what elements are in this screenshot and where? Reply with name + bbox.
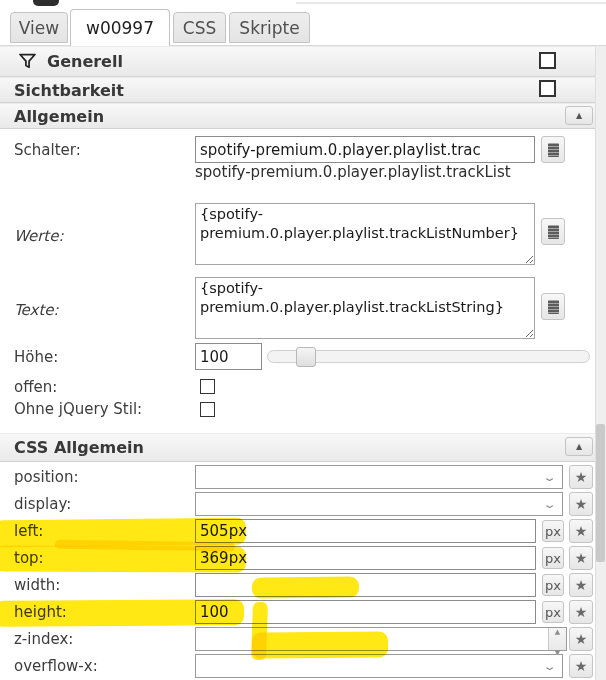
texte-object-picker-button[interactable] bbox=[541, 293, 565, 320]
tab-css[interactable]: CSS bbox=[173, 12, 226, 43]
position-favorite-button[interactable] bbox=[569, 465, 593, 489]
section-header-sichtbarkeit[interactable]: Sichtbarkeit bbox=[0, 77, 595, 103]
schalter-object-picker-button[interactable] bbox=[541, 136, 565, 163]
hoehe-input[interactable] bbox=[195, 343, 262, 370]
scrollbar-track[interactable] bbox=[595, 46, 606, 680]
width-unit-button[interactable]: px bbox=[542, 574, 564, 596]
hoehe-slider-handle[interactable] bbox=[296, 347, 316, 367]
width-input[interactable] bbox=[195, 573, 536, 597]
tab-skripte[interactable]: Skripte bbox=[229, 12, 310, 43]
top-favorite-button[interactable] bbox=[569, 546, 593, 570]
collapse-css-allgemein-button[interactable] bbox=[565, 437, 593, 456]
tab-css-label: CSS bbox=[183, 18, 216, 38]
texte-textarea[interactable]: {spotify-premium.0.player.playlist.track… bbox=[195, 277, 535, 339]
left-favorite-button[interactable] bbox=[569, 519, 593, 543]
scrollbar-thumb[interactable] bbox=[596, 424, 605, 562]
height-favorite-button[interactable] bbox=[569, 600, 593, 624]
tab-w00997[interactable]: w00997 bbox=[70, 9, 170, 46]
offen-checkbox[interactable] bbox=[200, 379, 215, 394]
chevron-down-icon: ⌄ bbox=[542, 499, 557, 510]
px-unit-label: px bbox=[545, 605, 561, 620]
tab-w00997-label: w00997 bbox=[86, 18, 154, 38]
tab-skripte-label: Skripte bbox=[239, 18, 299, 38]
position-label: position: bbox=[14, 468, 78, 486]
chevron-down-icon: ⌄ bbox=[542, 472, 557, 483]
overflow-x-favorite-button[interactable] bbox=[569, 654, 593, 678]
section-title-sichtbarkeit: Sichtbarkeit bbox=[14, 81, 124, 100]
top-label: top: bbox=[14, 549, 44, 567]
overflow-x-select[interactable]: ⌄ bbox=[195, 654, 563, 678]
werte-label: Werte: bbox=[14, 227, 64, 245]
height-input[interactable] bbox=[195, 600, 536, 624]
object-list-icon bbox=[548, 143, 559, 157]
px-unit-label: px bbox=[545, 524, 561, 539]
px-unit-label: px bbox=[545, 578, 561, 593]
section-title-generell: Generell bbox=[47, 52, 123, 71]
texte-label: Texte: bbox=[14, 301, 59, 319]
properties-panel: View w00997 CSS Skripte Generell Sichtba… bbox=[0, 0, 606, 680]
px-unit-label: px bbox=[545, 551, 561, 566]
tab-view[interactable]: View bbox=[10, 12, 68, 43]
cropped-icon-fragment bbox=[33, 0, 59, 6]
z-index-input[interactable] bbox=[196, 628, 548, 650]
stepper-up-icon[interactable] bbox=[555, 619, 560, 638]
left-input[interactable] bbox=[195, 519, 536, 543]
hoehe-slider[interactable] bbox=[267, 350, 590, 363]
schalter-helper-text: spotify-premium.0.player.playlist.trackL… bbox=[195, 163, 535, 182]
hoehe-label: Höhe: bbox=[14, 348, 58, 366]
z-index-stepper[interactable] bbox=[548, 628, 566, 650]
section-header-css-allgemein[interactable]: CSS Allgemein bbox=[0, 433, 595, 462]
ohne-jquery-checkbox[interactable] bbox=[200, 402, 215, 417]
sichtbarkeit-checkbox[interactable] bbox=[539, 80, 556, 97]
width-favorite-button[interactable] bbox=[569, 573, 593, 597]
display-label: display: bbox=[14, 495, 71, 513]
offen-label: offen: bbox=[14, 378, 57, 396]
top-unit-button[interactable]: px bbox=[542, 547, 564, 569]
z-index-spinner-field bbox=[195, 627, 567, 651]
top-divider bbox=[296, 2, 606, 4]
section-header-allgemein[interactable]: Allgemein bbox=[0, 103, 595, 129]
position-select[interactable]: ⌄ bbox=[195, 465, 563, 489]
collapse-allgemein-button[interactable] bbox=[565, 106, 593, 125]
top-input[interactable] bbox=[195, 546, 536, 570]
filter-icon bbox=[17, 51, 38, 72]
object-list-icon bbox=[548, 225, 559, 239]
tab-view-label: View bbox=[19, 18, 59, 38]
generell-checkbox[interactable] bbox=[539, 52, 556, 69]
section-header-generell[interactable]: Generell bbox=[0, 46, 595, 77]
chevron-down-icon: ⌄ bbox=[542, 661, 557, 672]
height-unit-button[interactable]: px bbox=[542, 601, 564, 623]
schalter-label: Schalter: bbox=[14, 141, 81, 159]
section-title-allgemein: Allgemein bbox=[14, 107, 104, 126]
width-label: width: bbox=[14, 576, 60, 594]
overflow-x-label: overflow-x: bbox=[14, 657, 98, 675]
ohne-jquery-label: Ohne jQuery Stil: bbox=[14, 400, 142, 418]
display-favorite-button[interactable] bbox=[569, 492, 593, 516]
section-title-css-allgemein: CSS Allgemein bbox=[14, 438, 144, 457]
schalter-input[interactable] bbox=[195, 136, 535, 163]
z-index-label: z-index: bbox=[14, 630, 73, 648]
left-label: left: bbox=[14, 522, 43, 540]
display-select[interactable]: ⌄ bbox=[195, 492, 563, 516]
object-list-icon bbox=[548, 300, 559, 314]
werte-object-picker-button[interactable] bbox=[541, 218, 565, 245]
left-unit-button[interactable]: px bbox=[542, 520, 564, 542]
height-label: height: bbox=[14, 603, 67, 621]
z-index-favorite-button[interactable] bbox=[569, 627, 593, 651]
werte-textarea[interactable]: {spotify-premium.0.player.playlist.track… bbox=[195, 203, 535, 265]
